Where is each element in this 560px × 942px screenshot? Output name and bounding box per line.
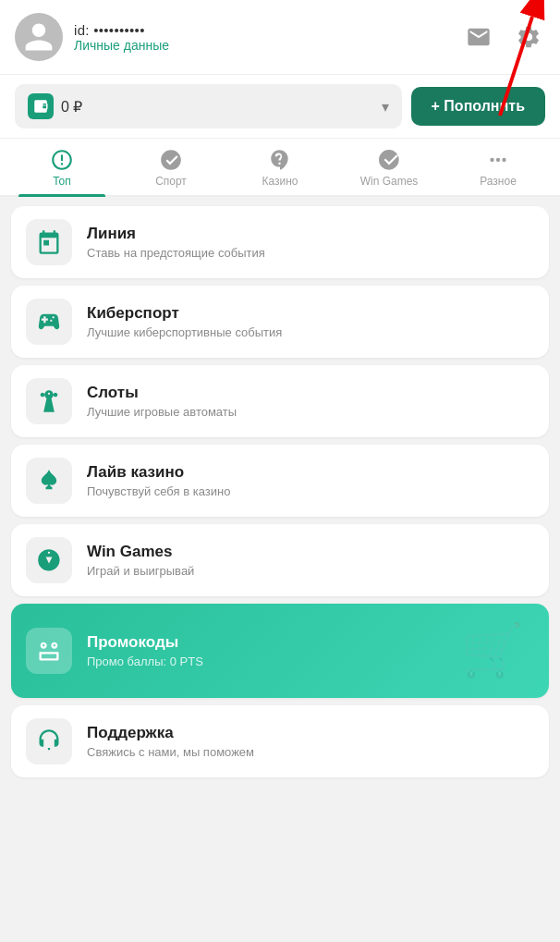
- header-icons: [462, 20, 545, 54]
- support-title: Поддержка: [87, 724, 254, 742]
- wingames-title: Win Games: [87, 543, 194, 561]
- spades-icon: [36, 468, 62, 494]
- misc-icon: [486, 148, 510, 172]
- support-text: Поддержка Свяжись с нами, мы поможем: [87, 724, 254, 759]
- user-id: id: ••••••••••: [74, 22, 169, 38]
- tab-sport[interactable]: Спорт: [116, 139, 225, 195]
- svg-point-2: [490, 158, 493, 162]
- kibersport-text: Киберспорт Лучшие киберспортивные событи…: [87, 304, 282, 339]
- balance-select[interactable]: 0 ₽ ▾: [15, 84, 402, 128]
- support-subtitle: Свяжись с нами, мы поможем: [87, 745, 254, 759]
- tab-sport-label: Спорт: [155, 175, 187, 188]
- tab-casino[interactable]: Казино: [225, 139, 335, 195]
- tab-wingames-label: Win Games: [360, 175, 419, 188]
- settings-button[interactable]: [512, 20, 545, 54]
- menu-list: Линия Ставь на предстоящие события Кибер…: [0, 197, 560, 787]
- tab-casino-label: Казино: [262, 175, 298, 188]
- live-casino-title: Лайв казино: [87, 463, 230, 482]
- avatar[interactable]: [15, 13, 63, 61]
- liniya-subtitle: Ставь на предстоящие события: [87, 246, 265, 260]
- balance-amount: 0 ₽: [61, 98, 82, 116]
- wingames-nav-icon: [377, 148, 401, 172]
- liniya-icon-container: [26, 219, 72, 265]
- sloty-text: Слоты Лучшие игровые автоматы: [87, 384, 237, 419]
- tab-misc-label: Разное: [480, 175, 517, 188]
- wingames-icon: [36, 547, 62, 573]
- slots-icon: [36, 388, 62, 414]
- headset-icon: [36, 728, 62, 754]
- top-icon: [50, 148, 74, 172]
- sloty-icon-container: [26, 378, 72, 424]
- wallet-icon: [32, 98, 49, 115]
- header: id: •••••••••• Личные данные: [0, 0, 560, 75]
- menu-item-sloty[interactable]: Слоты Лучшие игровые автоматы: [11, 365, 549, 437]
- calendar-icon: [36, 229, 62, 255]
- promo-title: Промокоды: [87, 633, 203, 652]
- user-info: id: •••••••••• Личные данные: [74, 22, 169, 53]
- support-icon-container: [26, 718, 72, 765]
- avatar-icon: [22, 20, 55, 54]
- sloty-title: Слоты: [87, 384, 237, 402]
- wingames-icon-container: [26, 537, 72, 583]
- wingames-text: Win Games Играй и выигрывай: [87, 543, 194, 578]
- liniya-title: Линия: [87, 225, 265, 243]
- cart-decoration-icon: 🛒: [460, 617, 534, 681]
- promo-subtitle: Промо баллы: 0 PTS: [87, 655, 203, 668]
- promo-text: Промокоды Промо баллы: 0 PTS: [87, 633, 203, 668]
- promo-cart-decoration: 🛒: [460, 617, 534, 685]
- svg-text:🛒: 🛒: [460, 620, 524, 680]
- personal-data-link[interactable]: Личные данные: [74, 38, 169, 53]
- header-left: id: •••••••••• Личные данные: [15, 13, 169, 61]
- svg-point-4: [502, 158, 505, 162]
- kibersport-icon-container: [26, 299, 72, 345]
- wingames-subtitle: Играй и выигрывай: [87, 564, 194, 578]
- liniya-text: Линия Ставь на предстоящие события: [87, 225, 265, 260]
- mail-button[interactable]: [462, 20, 495, 54]
- wallet-icon-container: [28, 93, 54, 119]
- mail-icon: [466, 24, 492, 50]
- promo-icon: [36, 638, 62, 664]
- casino-icon: [268, 148, 292, 172]
- tab-top-label: Топ: [53, 175, 71, 188]
- menu-item-live-casino[interactable]: Лайв казино Почувствуй себя в казино: [11, 445, 549, 517]
- promo-icon-container: [26, 628, 72, 674]
- kibersport-title: Киберспорт: [87, 304, 282, 323]
- menu-item-kibersport[interactable]: Киберспорт Лучшие киберспортивные событи…: [11, 286, 549, 358]
- menu-item-support[interactable]: Поддержка Свяжись с нами, мы поможем: [11, 705, 549, 777]
- menu-item-liniya[interactable]: Линия Ставь на предстоящие события: [11, 206, 549, 278]
- balance-bar: 0 ₽ ▾ + Пополнить: [0, 75, 560, 139]
- nav-tabs: Топ Спорт Казино Win Games: [0, 139, 560, 197]
- chevron-down-icon: ▾: [382, 98, 389, 116]
- live-casino-text: Лайв казино Почувствуй себя в казино: [87, 463, 230, 498]
- deposit-button[interactable]: + Пополнить: [411, 87, 545, 126]
- tab-top[interactable]: Топ: [7, 139, 116, 195]
- gamepad-icon: [36, 309, 62, 335]
- live-casino-icon-container: [26, 458, 72, 504]
- tab-misc[interactable]: Разное: [444, 139, 553, 195]
- tab-wingames[interactable]: Win Games: [335, 139, 444, 195]
- settings-icon: [516, 24, 542, 50]
- sport-icon: [159, 148, 183, 172]
- live-casino-subtitle: Почувствуй себя в казино: [87, 484, 230, 498]
- svg-point-3: [496, 158, 500, 162]
- sloty-subtitle: Лучшие игровые автоматы: [87, 405, 237, 419]
- menu-item-wingames[interactable]: Win Games Играй и выигрывай: [11, 524, 549, 596]
- kibersport-subtitle: Лучшие киберспортивные события: [87, 325, 282, 339]
- menu-item-promo[interactable]: Промокоды Промо баллы: 0 PTS 🛒: [11, 604, 549, 698]
